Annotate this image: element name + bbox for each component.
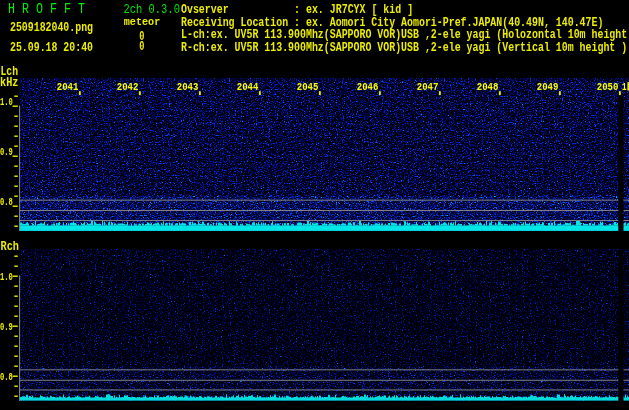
svg-text:0.8: 0.8 — [0, 196, 13, 208]
svg-text:1.0: 1.0 — [0, 96, 13, 108]
svg-text:1.0: 1.0 — [0, 271, 13, 283]
svg-text:2042: 2042 — [117, 80, 139, 94]
svg-text:2045: 2045 — [297, 80, 319, 94]
svg-text:0.9: 0.9 — [0, 321, 13, 333]
svg-text:2ch 0.3.0: 2ch 0.3.0 — [124, 3, 180, 17]
svg-text:0: 0 — [139, 40, 144, 54]
svg-text:1: 1 — [622, 80, 627, 94]
svg-text:0.9: 0.9 — [0, 146, 13, 158]
svg-text:25.09.18 20:40: 25.09.18 20:40 — [10, 41, 93, 55]
svg-text:H R O F F T: H R O F F T — [8, 1, 85, 17]
svg-text:2046: 2046 — [357, 80, 379, 94]
svg-text:2043: 2043 — [177, 80, 199, 94]
svg-text:kHz: kHz — [0, 76, 18, 90]
svg-text:2047: 2047 — [417, 80, 439, 94]
svg-text:2048: 2048 — [477, 80, 499, 94]
svg-text:2044: 2044 — [237, 80, 259, 94]
svg-text:2050: 2050 — [597, 80, 619, 94]
svg-text:2041: 2041 — [57, 80, 79, 94]
svg-text:R-ch:ex. UV5R 113.900Mhz(SAPPO: R-ch:ex. UV5R 113.900Mhz(SAPPORO VOR)USB… — [181, 41, 627, 55]
svg-text:2049: 2049 — [537, 80, 559, 94]
svg-text:2509182040.png: 2509182040.png — [10, 21, 93, 35]
svg-text:meteor: meteor — [124, 16, 160, 28]
svg-text:0.8: 0.8 — [0, 371, 13, 383]
svg-text:Rch: Rch — [1, 240, 20, 254]
